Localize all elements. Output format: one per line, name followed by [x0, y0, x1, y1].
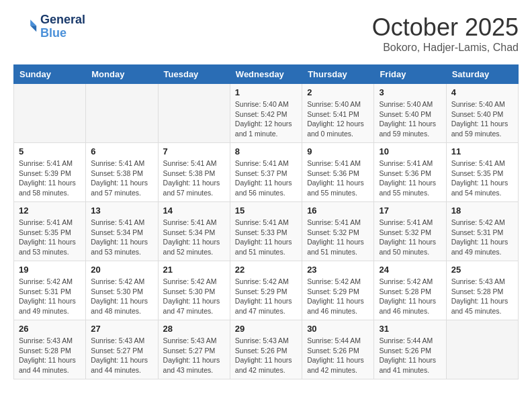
day-info: Sunrise: 5:42 AM Sunset: 5:30 PM Dayligh…: [163, 277, 225, 316]
calendar-cell: 1Sunrise: 5:40 AM Sunset: 5:42 PM Daylig…: [230, 84, 302, 143]
day-number: 30: [307, 324, 369, 334]
day-info: Sunrise: 5:41 AM Sunset: 5:32 PM Dayligh…: [307, 218, 369, 257]
day-info: Sunrise: 5:41 AM Sunset: 5:39 PM Dayligh…: [19, 158, 81, 198]
day-number: 23: [307, 265, 369, 275]
header-cell-sunday: Sunday: [14, 65, 86, 84]
calendar-cell: 28Sunrise: 5:43 AM Sunset: 5:27 PM Dayli…: [158, 320, 230, 379]
day-info: Sunrise: 5:42 AM Sunset: 5:30 PM Dayligh…: [91, 277, 152, 316]
calendar-cell: 14Sunrise: 5:41 AM Sunset: 5:34 PM Dayli…: [158, 202, 230, 261]
calendar-cell: 9Sunrise: 5:41 AM Sunset: 5:36 PM Daylig…: [302, 143, 374, 202]
day-info: Sunrise: 5:41 AM Sunset: 5:33 PM Dayligh…: [235, 218, 297, 257]
week-row-1: 1Sunrise: 5:40 AM Sunset: 5:42 PM Daylig…: [14, 84, 519, 143]
logo-line1: General: [40, 13, 85, 27]
day-info: Sunrise: 5:41 AM Sunset: 5:36 PM Dayligh…: [379, 158, 441, 198]
logo-icon: [13, 15, 38, 39]
header-cell-friday: Friday: [374, 65, 446, 84]
day-info: Sunrise: 5:44 AM Sunset: 5:26 PM Dayligh…: [307, 336, 369, 375]
header-cell-saturday: Saturday: [446, 65, 518, 84]
calendar-cell: 12Sunrise: 5:41 AM Sunset: 5:35 PM Dayli…: [14, 202, 86, 261]
calendar-cell: [14, 84, 86, 143]
day-info: Sunrise: 5:40 AM Sunset: 5:40 PM Dayligh…: [451, 99, 513, 139]
day-info: Sunrise: 5:43 AM Sunset: 5:26 PM Dayligh…: [235, 336, 297, 375]
calendar-cell: 22Sunrise: 5:42 AM Sunset: 5:29 PM Dayli…: [230, 261, 302, 320]
calendar-cell: 29Sunrise: 5:43 AM Sunset: 5:26 PM Dayli…: [230, 320, 302, 379]
day-info: Sunrise: 5:41 AM Sunset: 5:32 PM Dayligh…: [379, 218, 441, 257]
calendar-cell: 31Sunrise: 5:44 AM Sunset: 5:26 PM Dayli…: [374, 320, 446, 379]
day-number: 5: [19, 146, 81, 156]
calendar-cell: 19Sunrise: 5:42 AM Sunset: 5:31 PM Dayli…: [14, 261, 86, 320]
day-number: 15: [235, 205, 297, 216]
calendar-cell: 5Sunrise: 5:41 AM Sunset: 5:39 PM Daylig…: [14, 143, 86, 202]
day-number: 18: [451, 205, 513, 216]
day-number: 26: [19, 324, 81, 334]
day-info: Sunrise: 5:42 AM Sunset: 5:28 PM Dayligh…: [379, 277, 441, 316]
day-info: Sunrise: 5:41 AM Sunset: 5:34 PM Dayligh…: [163, 218, 225, 257]
calendar-body: 1Sunrise: 5:40 AM Sunset: 5:42 PM Daylig…: [14, 84, 519, 379]
day-number: 25: [451, 265, 513, 275]
day-info: Sunrise: 5:41 AM Sunset: 5:38 PM Dayligh…: [163, 158, 225, 198]
day-info: Sunrise: 5:41 AM Sunset: 5:37 PM Dayligh…: [235, 158, 297, 198]
day-info: Sunrise: 5:40 AM Sunset: 5:42 PM Dayligh…: [235, 99, 297, 139]
calendar-cell: 13Sunrise: 5:41 AM Sunset: 5:34 PM Dayli…: [86, 202, 158, 261]
calendar-cell: 4Sunrise: 5:40 AM Sunset: 5:40 PM Daylig…: [446, 84, 518, 143]
day-info: Sunrise: 5:44 AM Sunset: 5:26 PM Dayligh…: [379, 336, 441, 375]
day-number: 20: [91, 265, 152, 275]
calendar-cell: 23Sunrise: 5:42 AM Sunset: 5:29 PM Dayli…: [302, 261, 374, 320]
calendar-cell: 3Sunrise: 5:40 AM Sunset: 5:40 PM Daylig…: [374, 84, 446, 143]
logo: General Blue: [13, 13, 85, 40]
day-info: Sunrise: 5:42 AM Sunset: 5:31 PM Dayligh…: [451, 218, 513, 257]
day-number: 16: [307, 205, 369, 216]
day-number: 2: [307, 87, 369, 97]
calendar-cell: 6Sunrise: 5:41 AM Sunset: 5:38 PM Daylig…: [86, 143, 158, 202]
week-row-5: 26Sunrise: 5:43 AM Sunset: 5:28 PM Dayli…: [14, 320, 519, 379]
calendar-cell: 24Sunrise: 5:42 AM Sunset: 5:28 PM Dayli…: [374, 261, 446, 320]
calendar-cell: 16Sunrise: 5:41 AM Sunset: 5:32 PM Dayli…: [302, 202, 374, 261]
day-info: Sunrise: 5:42 AM Sunset: 5:29 PM Dayligh…: [307, 277, 369, 316]
day-number: 1: [235, 87, 297, 97]
day-number: 7: [163, 146, 225, 156]
day-number: 9: [307, 146, 369, 156]
day-info: Sunrise: 5:41 AM Sunset: 5:35 PM Dayligh…: [451, 158, 513, 198]
title-area: October 2025 Bokoro, Hadjer-Lamis, Chad: [372, 13, 519, 54]
calendar-cell: 11Sunrise: 5:41 AM Sunset: 5:35 PM Dayli…: [446, 143, 518, 202]
header-cell-thursday: Thursday: [302, 65, 374, 84]
day-info: Sunrise: 5:42 AM Sunset: 5:29 PM Dayligh…: [235, 277, 297, 316]
day-number: 13: [91, 205, 152, 216]
day-info: Sunrise: 5:40 AM Sunset: 5:41 PM Dayligh…: [307, 99, 369, 139]
day-info: Sunrise: 5:41 AM Sunset: 5:38 PM Dayligh…: [91, 158, 152, 198]
location: Bokoro, Hadjer-Lamis, Chad: [372, 42, 519, 54]
calendar-cell: 25Sunrise: 5:43 AM Sunset: 5:28 PM Dayli…: [446, 261, 518, 320]
day-number: 6: [91, 146, 152, 156]
day-info: Sunrise: 5:42 AM Sunset: 5:31 PM Dayligh…: [19, 277, 81, 316]
day-info: Sunrise: 5:43 AM Sunset: 5:28 PM Dayligh…: [19, 336, 81, 375]
week-row-4: 19Sunrise: 5:42 AM Sunset: 5:31 PM Dayli…: [14, 261, 519, 320]
day-number: 4: [451, 87, 513, 97]
day-number: 11: [451, 146, 513, 156]
day-number: 12: [19, 205, 81, 216]
day-number: 22: [235, 265, 297, 275]
week-row-2: 5Sunrise: 5:41 AM Sunset: 5:39 PM Daylig…: [14, 143, 519, 202]
calendar-cell: 18Sunrise: 5:42 AM Sunset: 5:31 PM Dayli…: [446, 202, 518, 261]
day-info: Sunrise: 5:41 AM Sunset: 5:35 PM Dayligh…: [19, 218, 81, 257]
day-info: Sunrise: 5:43 AM Sunset: 5:27 PM Dayligh…: [91, 336, 152, 375]
day-number: 29: [235, 324, 297, 334]
day-number: 21: [163, 265, 225, 275]
day-number: 27: [91, 324, 152, 334]
day-number: 8: [235, 146, 297, 156]
calendar-cell: 27Sunrise: 5:43 AM Sunset: 5:27 PM Dayli…: [86, 320, 158, 379]
month-title: October 2025: [372, 13, 519, 42]
calendar-cell: 21Sunrise: 5:42 AM Sunset: 5:30 PM Dayli…: [158, 261, 230, 320]
calendar-cell: 26Sunrise: 5:43 AM Sunset: 5:28 PM Dayli…: [14, 320, 86, 379]
calendar-header: SundayMondayTuesdayWednesdayThursdayFrid…: [14, 65, 519, 84]
calendar-cell: 2Sunrise: 5:40 AM Sunset: 5:41 PM Daylig…: [302, 84, 374, 143]
day-number: 24: [379, 265, 441, 275]
week-row-3: 12Sunrise: 5:41 AM Sunset: 5:35 PM Dayli…: [14, 202, 519, 261]
day-info: Sunrise: 5:40 AM Sunset: 5:40 PM Dayligh…: [379, 99, 441, 139]
day-number: 17: [379, 205, 441, 216]
day-info: Sunrise: 5:43 AM Sunset: 5:28 PM Dayligh…: [451, 277, 513, 316]
calendar-cell: 30Sunrise: 5:44 AM Sunset: 5:26 PM Dayli…: [302, 320, 374, 379]
calendar-cell: 7Sunrise: 5:41 AM Sunset: 5:38 PM Daylig…: [158, 143, 230, 202]
day-number: 3: [379, 87, 441, 97]
calendar-cell: 15Sunrise: 5:41 AM Sunset: 5:33 PM Dayli…: [230, 202, 302, 261]
calendar-cell: 8Sunrise: 5:41 AM Sunset: 5:37 PM Daylig…: [230, 143, 302, 202]
